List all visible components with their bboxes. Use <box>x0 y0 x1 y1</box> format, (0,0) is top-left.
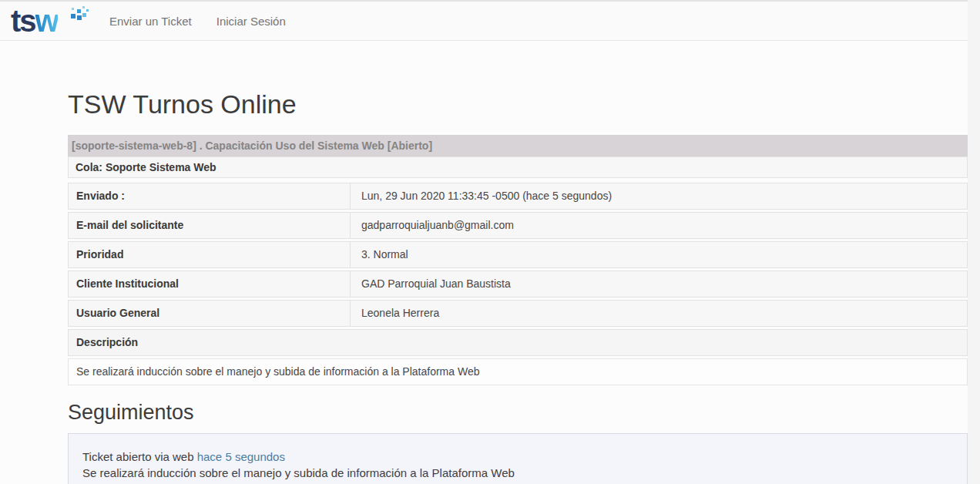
field-row-general-user: Usuario General Leonela Herrera <box>68 300 968 327</box>
followup-event-line: Ticket abierto via web hace 5 segundos <box>82 449 953 465</box>
followup-message: Se realizará inducción sobre el manejo y… <box>82 465 953 481</box>
page-title: TSW Turnos Online <box>68 89 968 119</box>
field-value-priority: 3. Normal <box>351 242 967 267</box>
followup-entry: Ticket abierto via web hace 5 segundos S… <box>68 433 968 484</box>
ticket-subject-bar: [soporte-sistema-web-8] . Capacitación U… <box>68 135 968 156</box>
logo-text-ts: ts <box>11 4 35 38</box>
field-row-priority: Prioridad 3. Normal <box>68 241 968 268</box>
followups-heading: Seguimientos <box>68 401 968 424</box>
field-label-institutional-client: Cliente Institucional <box>69 271 351 297</box>
logo-pixel-dots-icon <box>69 5 89 22</box>
field-row-sent: Enviado : Lun, 29 Jun 2020 11:33:45 -050… <box>68 183 968 210</box>
field-label-general-user: Usuario General <box>69 301 351 326</box>
nav-item-sign-in[interactable]: Iniciar Sesión <box>216 15 286 28</box>
nav-links: Enviar un Ticket Iniciar Sesión <box>109 15 310 28</box>
field-value-email: gadparroquialjuanb@gmail.com <box>351 213 967 238</box>
followup-event-text: Ticket abierto via web <box>82 450 194 463</box>
field-value-institutional-client: GAD Parroquial Juan Baustista <box>351 271 967 297</box>
nav-item-submit-ticket[interactable]: Enviar un Ticket <box>109 15 192 28</box>
main-content: TSW Turnos Online [soporte-sistema-web-8… <box>68 41 968 484</box>
field-label-priority: Prioridad <box>69 242 351 267</box>
field-value-general-user: Leonela Herrera <box>351 301 967 326</box>
field-label-sent: Enviado : <box>69 183 351 209</box>
field-label-email: E-mail del solicitante <box>69 213 351 238</box>
followup-time-link[interactable]: hace 5 segundos <box>197 450 285 463</box>
vertical-scrollbar[interactable] <box>968 0 980 484</box>
field-row-email: E-mail del solicitante gadparroquialjuan… <box>68 212 968 239</box>
description-header-row: Descripción <box>68 329 968 356</box>
logo-text-w: w <box>35 4 58 38</box>
description-body-row: Se realizará inducción sobre el manejo y… <box>68 358 968 385</box>
top-navbar: tsw Enviar un Ticket Iniciar Sesión <box>0 0 980 41</box>
field-value-sent: Lun, 29 Jun 2020 11:33:45 -0500 (hace 5 … <box>351 183 967 209</box>
field-row-institutional-client: Cliente Institucional GAD Parroquial Jua… <box>68 271 968 297</box>
queue-row: Cola: Soporte Sistema Web <box>68 156 968 178</box>
tsw-logo[interactable]: tsw <box>11 3 88 39</box>
